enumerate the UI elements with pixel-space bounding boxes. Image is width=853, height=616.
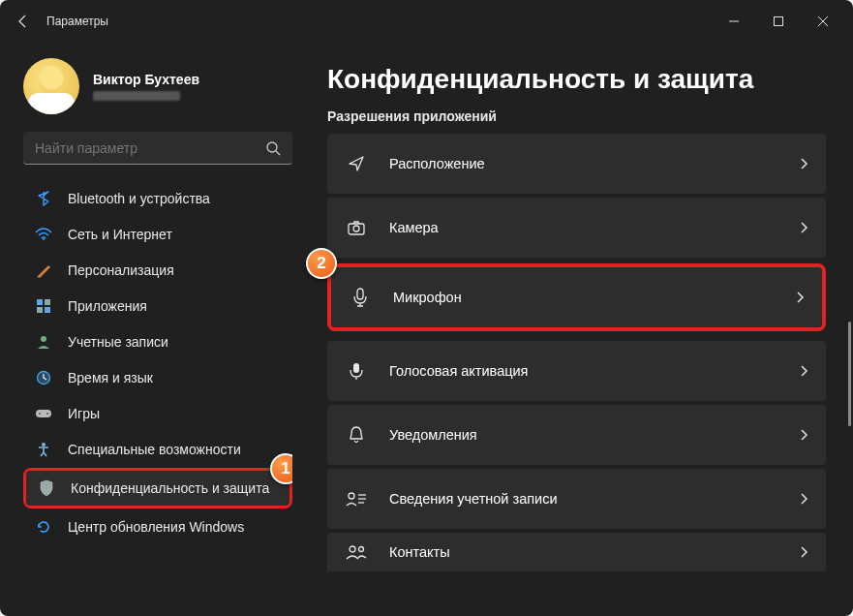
svg-rect-7 [37,299,43,305]
sidebar: Виктор Бухтеев Bluetooth и устройства Се… [0,43,300,616]
scrollbar-thumb[interactable] [848,322,851,426]
annotation-highlight-1: Конфиденциальность и защита 1 [23,468,292,508]
sidebar-item-network[interactable]: Сеть и Интернет [23,217,292,252]
svg-rect-9 [37,307,43,313]
sidebar-item-label: Bluetooth и устройства [68,191,210,206]
section-header: Разрешения приложений [327,108,826,124]
brush-icon [33,260,54,281]
svg-point-25 [350,546,355,552]
profile-block[interactable]: Виктор Бухтеев [23,58,292,114]
svg-point-15 [46,413,48,415]
svg-point-11 [41,336,46,342]
svg-point-18 [353,226,359,231]
profile-name: Виктор Бухтеев [93,72,199,87]
bell-icon [345,425,368,445]
account-info-icon [345,490,368,508]
window-controls [712,6,845,37]
chevron-right-icon [799,364,808,378]
sidebar-item-label: Центр обновления Windows [68,519,244,535]
clock-globe-icon [33,367,54,388]
window-title: Параметры [46,15,108,28]
svg-point-14 [39,413,41,415]
maximize-button[interactable] [756,6,801,37]
update-icon [33,516,54,538]
svg-point-21 [349,493,354,499]
sidebar-item-gaming[interactable]: Игры [23,396,292,431]
sidebar-item-windows-update[interactable]: Центр обновления Windows [23,509,292,544]
chevron-right-icon [799,221,808,234]
card-label: Микрофон [393,290,795,305]
settings-window: Параметры Виктор Бухтеев [0,0,853,616]
contacts-icon [345,544,368,560]
sidebar-item-label: Время и язык [68,370,153,385]
svg-rect-1 [775,17,783,26]
card-label: Сведения учетной записи [389,491,799,507]
svg-rect-19 [357,289,363,299]
sidebar-item-privacy[interactable]: Конфиденциальность и защита [26,471,289,506]
search-input[interactable] [35,140,265,156]
sidebar-item-personalization[interactable]: Персонализация [23,253,292,288]
wifi-icon [33,224,54,245]
svg-rect-10 [45,307,50,313]
location-icon [345,154,368,173]
accessibility-icon [33,439,54,460]
annotation-badge-2: 2 [306,248,337,279]
card-location[interactable]: Расположение [327,134,826,194]
card-notifications[interactable]: Уведомления [327,405,826,465]
sidebar-item-bluetooth[interactable]: Bluetooth и устройства [23,181,292,216]
back-button[interactable] [8,6,39,37]
sidebar-item-label: Персонализация [68,262,174,278]
titlebar: Параметры [0,0,853,43]
camera-icon [345,219,368,236]
svg-rect-20 [353,363,359,373]
sidebar-item-label: Специальные возможности [68,442,241,457]
shield-icon [36,477,57,499]
sidebar-item-accessibility[interactable]: Специальные возможности [23,432,292,467]
svg-rect-13 [36,410,51,417]
chevron-right-icon [799,157,808,170]
sidebar-item-label: Учетные записи [68,334,168,350]
card-camera[interactable]: Камера [327,198,826,258]
card-label: Голосовая активация [389,363,799,379]
chevron-right-icon [799,545,808,559]
card-label: Расположение [389,156,799,171]
card-label: Уведомления [389,427,799,443]
person-icon [33,331,54,353]
sidebar-item-label: Игры [68,406,100,421]
bluetooth-icon [33,188,54,209]
search-icon [265,140,281,156]
annotation-highlight-2: Микрофон 2 [327,263,826,331]
svg-point-26 [359,547,364,552]
voice-icon [345,360,368,382]
chevron-right-icon [799,428,808,442]
card-contacts[interactable]: Контакты [327,533,826,571]
card-label: Контакты [389,544,799,560]
sidebar-item-accounts[interactable]: Учетные записи [23,324,292,359]
page-title: Конфиденциальность и защита [327,64,826,95]
svg-line-5 [276,151,280,155]
apps-icon [33,295,54,317]
card-voice-activation[interactable]: Голосовая активация [327,341,826,401]
microphone-icon [349,287,372,308]
sidebar-item-time-language[interactable]: Время и язык [23,360,292,395]
svg-rect-8 [45,299,50,305]
profile-email-redacted [93,91,180,101]
svg-point-16 [42,443,46,447]
chevron-right-icon [795,291,805,304]
card-account-info[interactable]: Сведения учетной записи [327,469,826,529]
svg-point-6 [43,238,45,240]
svg-point-4 [267,142,277,152]
nav-list: Bluetooth и устройства Сеть и Интернет П… [23,180,292,616]
sidebar-item-label: Конфиденциальность и защита [71,480,269,496]
chevron-right-icon [799,492,808,506]
scrollbar[interactable] [848,322,851,601]
sidebar-item-label: Сеть и Интернет [68,227,172,242]
content-area: Конфиденциальность и защита Разрешения п… [300,43,853,616]
card-label: Камера [389,220,799,235]
minimize-button[interactable] [712,6,756,37]
sidebar-item-apps[interactable]: Приложения [23,289,292,323]
card-microphone[interactable]: Микрофон [331,267,822,327]
search-box[interactable] [23,132,292,165]
close-button[interactable] [801,6,845,37]
gamepad-icon [33,403,54,424]
